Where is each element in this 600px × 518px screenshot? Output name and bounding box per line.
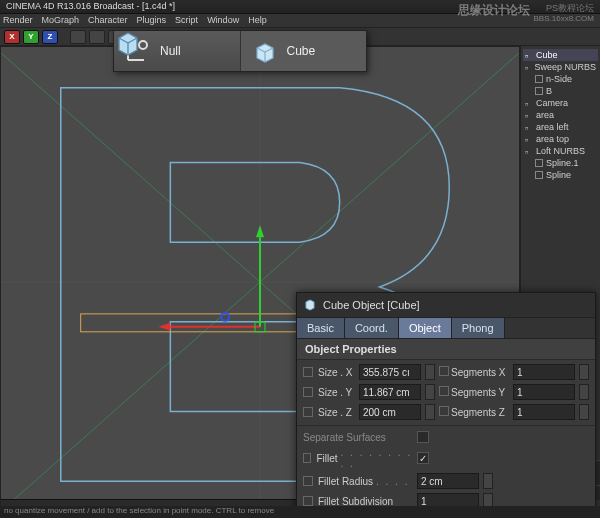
size-z-label: Size . Z [303, 407, 355, 418]
primitive-cube-icon[interactable] [113, 27, 143, 57]
primitive-popup: Null Cube [113, 30, 367, 72]
props-title: Cube Object [Cube] [323, 299, 420, 311]
fillet-radius-spinner[interactable] [483, 473, 493, 489]
tab-basic[interactable]: Basic [297, 318, 345, 338]
tree-item-area-left[interactable]: ▫area left [523, 121, 598, 133]
separate-surfaces-label: Separate Surfaces [303, 432, 413, 443]
menu-script[interactable]: Script [175, 14, 198, 27]
cube-option[interactable]: Cube [241, 31, 367, 71]
tree-item-loft[interactable]: ▫Loft NURBS [523, 145, 598, 157]
size-x-input[interactable] [359, 364, 421, 380]
axis-z-button[interactable]: Z [42, 30, 58, 44]
tree-item-nside[interactable]: n-Side [523, 73, 598, 85]
cube-icon [303, 297, 317, 313]
axis-x-button[interactable]: X [4, 30, 20, 44]
tree-item-area[interactable]: ▫area [523, 109, 598, 121]
menu-character[interactable]: Character [88, 14, 128, 27]
segments-y-input[interactable] [513, 384, 575, 400]
segments-z-label: Segments Z [439, 406, 509, 418]
size-x-label: Size . X [303, 367, 355, 378]
segments-x-spinner[interactable] [579, 364, 589, 380]
menu-render[interactable]: Render [3, 14, 33, 27]
segments-y-label: Segments Y [439, 386, 509, 398]
size-y-spinner[interactable] [425, 384, 435, 400]
size-y-label: Size . Y [303, 387, 355, 398]
menu-bar: Render MoGraph Character Plugins Script … [0, 14, 600, 28]
segments-x-label: Segments X [439, 366, 509, 378]
tree-item-area-top[interactable]: ▫area top [523, 133, 598, 145]
window-title: CINEMA 4D R13.016 Broadcast - [1.c4d *] [6, 1, 175, 11]
fillet-label: Fillet . . . . . . . . . . [303, 447, 413, 469]
segments-x-input[interactable] [513, 364, 575, 380]
segments-z-input[interactable] [513, 404, 575, 420]
cube-icon [249, 36, 279, 66]
tree-item-spline[interactable]: Spline [523, 169, 598, 181]
separate-surfaces-checkbox[interactable] [417, 431, 429, 443]
size-x-spinner[interactable] [425, 364, 435, 380]
fillet-checkbox[interactable] [417, 452, 429, 464]
menu-help[interactable]: Help [248, 14, 267, 27]
attribute-manager: Cube Object [Cube] Basic Coord. Object P… [296, 292, 596, 514]
tree-item-cube[interactable]: ▫Cube [523, 49, 598, 61]
fillet-subdivision-label: Fillet Subdivision [303, 496, 413, 507]
props-tabs: Basic Coord. Object Phong [297, 318, 595, 339]
tree-item-camera[interactable]: ▫Camera [523, 97, 598, 109]
tab-coord[interactable]: Coord. [345, 318, 399, 338]
tree-item-sweep[interactable]: ▫Sweep NURBS [523, 61, 598, 73]
axis-y-button[interactable]: Y [23, 30, 39, 44]
svg-marker-8 [256, 225, 264, 237]
tool-button[interactable] [70, 30, 86, 44]
props-heading: Object Properties [297, 339, 595, 360]
fillet-radius-input[interactable] [417, 473, 479, 489]
menu-window[interactable]: Window [207, 14, 239, 27]
null-label: Null [160, 44, 181, 58]
svg-marker-20 [306, 300, 314, 310]
size-z-spinner[interactable] [425, 404, 435, 420]
menu-plugins[interactable]: Plugins [137, 14, 167, 27]
tab-phong[interactable]: Phong [452, 318, 505, 338]
segments-z-spinner[interactable] [579, 404, 589, 420]
size-y-input[interactable] [359, 384, 421, 400]
tab-object[interactable]: Object [399, 318, 452, 338]
svg-marker-6 [158, 323, 170, 331]
tool-button[interactable] [89, 30, 105, 44]
fillet-radius-label: Fillet Radius . . . . [303, 476, 413, 487]
menu-mograph[interactable]: MoGraph [42, 14, 80, 27]
tree-item-spline1[interactable]: Spline.1 [523, 157, 598, 169]
tree-item-b[interactable]: B [523, 85, 598, 97]
size-z-input[interactable] [359, 404, 421, 420]
cube-label: Cube [287, 44, 316, 58]
segments-y-spinner[interactable] [579, 384, 589, 400]
window-titlebar: CINEMA 4D R13.016 Broadcast - [1.c4d *] [0, 0, 600, 14]
status-bar: no quantize movement / add to the select… [0, 506, 600, 518]
